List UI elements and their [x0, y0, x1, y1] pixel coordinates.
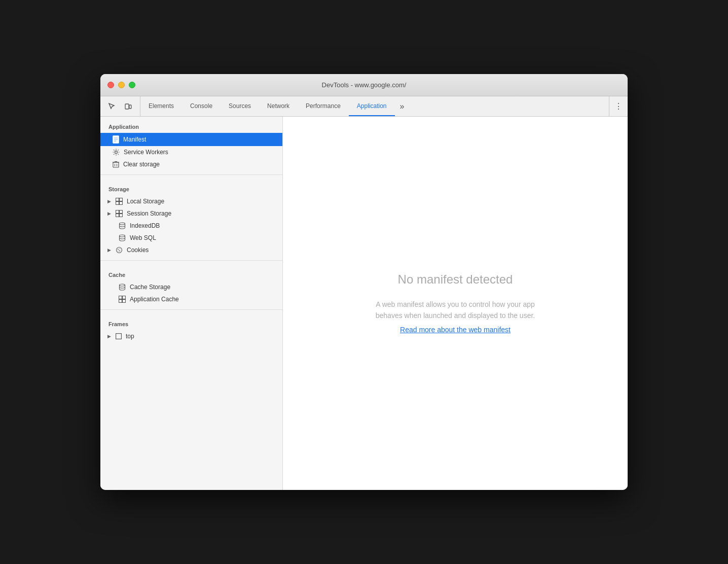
sidebar-section-cache: Cache: [100, 265, 282, 281]
database-icon: [119, 234, 126, 241]
svg-rect-16: [120, 210, 123, 214]
empty-state: No manifest detected A web manifest allo…: [344, 252, 567, 355]
svg-point-24: [119, 251, 120, 252]
svg-rect-28: [123, 296, 126, 299]
toolbar-tabs: Elements Console Sources Network Perform…: [140, 96, 609, 116]
svg-point-22: [118, 249, 119, 250]
arrow-icon: ▶: [106, 248, 112, 253]
sidebar-item-cookies[interactable]: ▶ Cookies: [100, 244, 282, 256]
svg-rect-0: [125, 104, 129, 109]
svg-point-6: [115, 151, 118, 154]
svg-point-19: [120, 223, 125, 225]
tab-console[interactable]: Console: [182, 96, 221, 116]
svg-point-23: [120, 249, 120, 249]
svg-point-21: [117, 248, 122, 253]
divider-frames: [100, 309, 282, 310]
manifest-icon: [113, 135, 119, 144]
sidebar-item-clear-storage-label: Clear storage: [123, 161, 160, 168]
toolbar-icon-group: [100, 96, 140, 116]
arrow-icon: ▶: [106, 211, 112, 216]
sidebar-section-frames: Frames: [100, 314, 282, 330]
sidebar-item-cache-storage-label: Cache Storage: [130, 284, 170, 291]
database-icon: [119, 222, 126, 229]
sidebar-item-web-sql-label: Web SQL: [130, 234, 156, 241]
arrow-icon: ▶: [106, 334, 112, 339]
trash-icon: [113, 161, 119, 168]
svg-rect-11: [116, 198, 119, 201]
sidebar-item-clear-storage[interactable]: Clear storage: [100, 158, 282, 170]
sidebar-item-top-label: top: [126, 333, 134, 340]
sidebar-item-local-storage-label: Local Storage: [127, 198, 164, 205]
traffic-lights: [107, 82, 135, 88]
sidebar-item-indexeddb[interactable]: IndexedDB: [100, 220, 282, 232]
svg-rect-29: [119, 300, 122, 303]
empty-state-description: A web manifest allows you to control how…: [364, 299, 547, 322]
sidebar-section-storage: Storage: [100, 179, 282, 195]
tab-sources[interactable]: Sources: [221, 96, 259, 116]
window-title: DevTools - www.google.com/: [322, 81, 407, 89]
divider-cache: [100, 260, 282, 261]
svg-point-26: [120, 284, 125, 286]
minimize-button[interactable]: [118, 82, 125, 88]
svg-rect-17: [116, 214, 119, 217]
sidebar-item-service-workers-label: Service Workers: [124, 149, 168, 156]
main-panel: No manifest detected A web manifest allo…: [283, 117, 628, 490]
tab-network[interactable]: Network: [259, 96, 298, 116]
divider-storage: [100, 174, 282, 175]
sidebar-item-indexeddb-label: IndexedDB: [130, 222, 160, 229]
grid-icon: [116, 210, 123, 217]
tab-elements[interactable]: Elements: [140, 96, 182, 116]
close-button[interactable]: [107, 82, 114, 88]
devtools-window: DevTools - www.google.com/ Elements Cons…: [100, 74, 628, 490]
empty-state-title: No manifest detected: [364, 272, 547, 287]
sidebar-item-application-cache[interactable]: Application Cache: [100, 293, 282, 305]
svg-rect-18: [120, 214, 123, 217]
tab-performance[interactable]: Performance: [298, 96, 349, 116]
devtools-menu-button[interactable]: ⋮: [609, 96, 628, 116]
inspect-element-button[interactable]: [105, 100, 119, 113]
svg-rect-1: [129, 105, 131, 109]
more-tabs-button[interactable]: »: [395, 96, 410, 116]
svg-rect-31: [116, 334, 122, 339]
cookie-icon: [116, 246, 123, 254]
maximize-button[interactable]: [129, 82, 135, 88]
svg-rect-30: [123, 300, 126, 303]
title-bar: DevTools - www.google.com/: [100, 74, 628, 96]
sidebar-item-top[interactable]: ▶ top: [100, 330, 282, 342]
svg-rect-15: [116, 210, 119, 214]
frame-icon: [116, 333, 122, 339]
gear-icon: [113, 149, 120, 156]
sidebar-item-service-workers[interactable]: Service Workers: [100, 146, 282, 158]
tab-application[interactable]: Application: [349, 96, 395, 116]
arrow-icon: ▶: [106, 199, 112, 204]
svg-rect-7: [113, 162, 119, 167]
sidebar-item-web-sql[interactable]: Web SQL: [100, 232, 282, 244]
sidebar-section-application: Application: [100, 117, 282, 133]
sidebar-item-session-storage-label: Session Storage: [127, 210, 171, 217]
sidebar-item-cookies-label: Cookies: [127, 246, 149, 254]
grid-icon: [116, 198, 123, 205]
svg-point-20: [120, 235, 125, 237]
svg-rect-12: [120, 198, 123, 201]
sidebar-item-manifest-label: Manifest: [123, 136, 146, 143]
sidebar-item-session-storage[interactable]: ▶ Session Storage: [100, 207, 282, 220]
svg-rect-13: [116, 202, 119, 205]
toolbar: Elements Console Sources Network Perform…: [100, 96, 628, 117]
database-icon: [119, 284, 126, 291]
device-toolbar-button[interactable]: [122, 100, 135, 113]
sidebar-item-application-cache-label: Application Cache: [130, 296, 179, 303]
main-content: Application Manifest Service Workers: [100, 117, 628, 490]
sidebar-item-manifest[interactable]: Manifest: [100, 133, 282, 146]
grid-icon: [119, 296, 126, 303]
sidebar: Application Manifest Service Workers: [100, 117, 283, 490]
sidebar-item-cache-storage[interactable]: Cache Storage: [100, 281, 282, 293]
svg-point-25: [118, 251, 118, 251]
svg-rect-27: [119, 296, 122, 299]
sidebar-item-local-storage[interactable]: ▶ Local Storage: [100, 195, 282, 207]
read-more-link[interactable]: Read more about the web manifest: [400, 326, 511, 334]
svg-rect-14: [120, 202, 123, 205]
